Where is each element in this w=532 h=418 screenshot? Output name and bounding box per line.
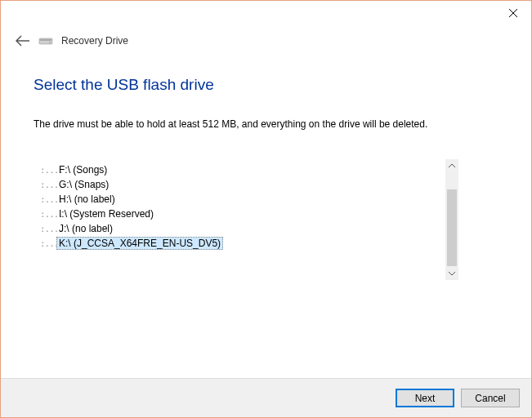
- drive-item[interactable]: :....F:\ (Songs): [38, 162, 445, 177]
- header-row: Recovery Drive: [1, 25, 531, 63]
- drive-item[interactable]: :....G:\ (Snaps): [38, 177, 445, 192]
- footer-bar: Next Cancel: [1, 378, 531, 417]
- drive-tree-list[interactable]: :....F:\ (Songs):....G:\ (Snaps):....H:\…: [34, 159, 445, 280]
- svg-rect-1: [40, 39, 51, 41]
- drive-list-container: :....F:\ (Songs):....G:\ (Snaps):....H:\…: [34, 159, 458, 280]
- drive-item[interactable]: :....I:\ (System Reserved): [38, 207, 445, 221]
- page-heading: Select the USB flash drive: [34, 76, 498, 94]
- scrollbar[interactable]: [445, 159, 458, 280]
- close-button[interactable]: [494, 1, 531, 25]
- scroll-up-button[interactable]: [445, 159, 458, 173]
- content-area: Select the USB flash drive The drive mus…: [1, 76, 531, 280]
- drive-label: H:\ (no label): [56, 193, 118, 205]
- tree-connector-icon: :....: [40, 165, 53, 176]
- drive-item[interactable]: :....H:\ (no label): [38, 192, 445, 207]
- tree-connector-icon: :....: [40, 224, 53, 234]
- chevron-down-icon: [449, 271, 455, 275]
- scroll-down-button[interactable]: [445, 266, 458, 280]
- tree-connector-icon: :....: [40, 180, 53, 190]
- back-button[interactable]: [16, 33, 30, 48]
- chevron-up-icon: [449, 164, 455, 168]
- drive-label: I:\ (System Reserved): [56, 208, 156, 220]
- scroll-track[interactable]: [445, 173, 458, 266]
- drive-label: G:\ (Snaps): [56, 179, 111, 190]
- svg-point-2: [49, 42, 51, 43]
- drive-item[interactable]: :....J:\ (no label): [38, 221, 445, 236]
- next-button[interactable]: Next: [396, 389, 454, 407]
- drive-label: J:\ (no label): [56, 223, 115, 234]
- wizard-title: Recovery Drive: [61, 35, 128, 47]
- tree-connector-icon: :....: [40, 194, 53, 205]
- scroll-thumb[interactable]: [447, 189, 457, 266]
- drive-item[interactable]: :....K:\ (J_CCSA_X64FRE_EN-US_DV5): [38, 236, 445, 251]
- cancel-button[interactable]: Cancel: [461, 389, 520, 407]
- tree-connector-icon: :....: [40, 238, 53, 249]
- drive-label: F:\ (Songs): [56, 164, 110, 176]
- back-arrow-icon: [16, 35, 30, 47]
- instruction-text: The drive must be able to hold at least …: [34, 118, 498, 130]
- titlebar: [1, 1, 531, 25]
- drive-icon: [38, 35, 53, 47]
- close-icon: [509, 9, 517, 17]
- drive-label: K:\ (J_CCSA_X64FRE_EN-US_DV5): [56, 237, 223, 250]
- tree-connector-icon: :....: [40, 209, 53, 220]
